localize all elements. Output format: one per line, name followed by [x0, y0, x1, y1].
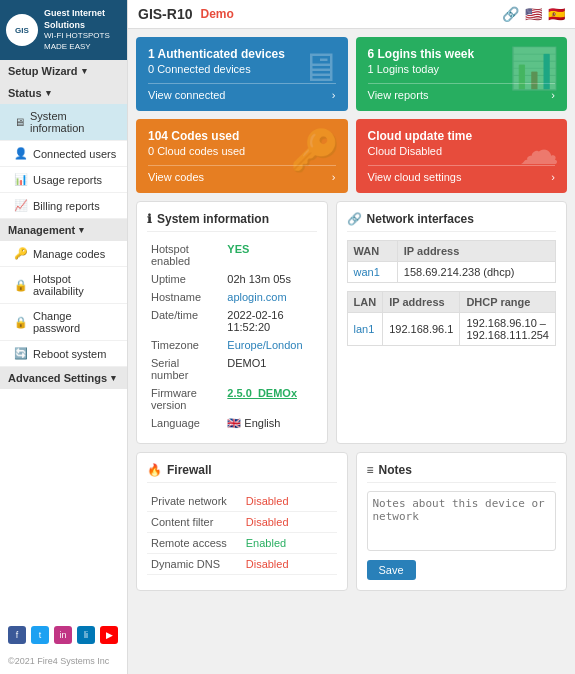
sidebar-setup-wizard[interactable]: Setup Wizard ▾ — [0, 60, 127, 82]
field-label: Timezone — [147, 336, 223, 354]
sidebar-item-usage-reports[interactable]: 📊 Usage reports — [0, 167, 127, 193]
network-interfaces-box: 🔗 Network interfaces WAN IP address — [336, 201, 567, 444]
save-button[interactable]: Save — [367, 560, 416, 580]
firewall-table: Private network Disabled Content filter … — [147, 491, 337, 575]
authenticated-devices-card[interactable]: 🖥 1 Authenticated devices 0 Connected de… — [136, 37, 348, 111]
table-header-row: LAN IP address DHCP range — [347, 292, 555, 313]
user-icon: 👤 — [14, 147, 28, 160]
sidebar-item-reboot[interactable]: 🔄 Reboot system — [0, 341, 127, 367]
cloud-card[interactable]: ☁ Cloud update time Cloud Disabled View … — [356, 119, 568, 193]
linkedin-icon[interactable]: li — [77, 626, 95, 644]
firewall-box: 🔥 Firewall Private network Disabled Cont… — [136, 452, 348, 591]
table-row: Date/time 2022-02-16 11:52:20 — [147, 306, 317, 336]
table-row: Uptime 02h 13m 05s — [147, 270, 317, 288]
lan-ip-col-header: IP address — [383, 292, 460, 313]
facebook-icon[interactable]: f — [8, 626, 26, 644]
table-row: Hostname aplogin.com — [147, 288, 317, 306]
field-label: Hotspot enabled — [147, 240, 223, 270]
lan-iface: lan1 — [347, 313, 383, 346]
device-name: GIS-R10 — [138, 6, 192, 22]
logo-text: Guest Internet Solutions WI-FI HOTSPOTS … — [44, 8, 121, 52]
sidebar-item-connected-users[interactable]: 👤 Connected users — [0, 141, 127, 167]
field-value: Europe/London — [223, 336, 316, 354]
page-header: GIS-R10 Demo 🔗 🇺🇸 🇪🇸 — [128, 0, 575, 29]
field-value: 02h 13m 05s — [223, 270, 316, 288]
field-label: Language — [147, 414, 223, 433]
logins-card[interactable]: 📊 6 Logins this week 1 Logins today View… — [356, 37, 568, 111]
twitter-icon[interactable]: t — [31, 626, 49, 644]
field-value: Disabled — [242, 491, 337, 512]
notes-textarea[interactable] — [367, 491, 557, 551]
info-row: ℹ System information Hotspot enabled YES… — [136, 201, 567, 444]
sidebar-item-hotspot-availability[interactable]: 🔒 Hotspot availability — [0, 267, 127, 304]
field-label: Uptime — [147, 270, 223, 288]
dashboard: 🖥 1 Authenticated devices 0 Connected de… — [128, 29, 575, 674]
field-value: Disabled — [242, 512, 337, 533]
sidebar-item-system-info[interactable]: 🖥 System information — [0, 104, 127, 141]
ip-col-header: IP address — [397, 241, 555, 262]
table-row: Serial number DEMO1 — [147, 354, 317, 384]
billing-icon: 📈 — [14, 199, 28, 212]
field-value: 2022-02-16 11:52:20 — [223, 306, 316, 336]
field-value: aplogin.com — [223, 288, 316, 306]
wan-iface: wan1 — [347, 262, 397, 283]
field-label: Content filter — [147, 512, 242, 533]
field-value: DEMO1 — [223, 354, 316, 384]
field-label: Date/time — [147, 306, 223, 336]
main-content: GIS-R10 Demo 🔗 🇺🇸 🇪🇸 🖥 1 Authenticated d… — [128, 0, 575, 674]
dhcp-range: 192.168.96.10 – 192.168.111.254 — [460, 313, 556, 346]
bottom-row: 🔥 Firewall Private network Disabled Cont… — [136, 452, 567, 591]
field-label: Dynamic DNS — [147, 554, 242, 575]
table-header-row: WAN IP address — [347, 241, 555, 262]
youtube-icon[interactable]: ▶ — [100, 626, 118, 644]
lan-table: LAN IP address DHCP range lan1 192.168.9… — [347, 291, 556, 346]
notes-box: ≡ Notes Save — [356, 452, 568, 591]
field-label: Remote access — [147, 533, 242, 554]
wan-section: WAN IP address wan1 158.69.214.238 (dhcp… — [347, 240, 556, 283]
table-row: Timezone Europe/London — [147, 336, 317, 354]
table-row: Private network Disabled — [147, 491, 337, 512]
info-icon: ℹ — [147, 212, 152, 226]
chevron-right-icon: › — [332, 89, 336, 101]
dhcp-range-col-header: DHCP range — [460, 292, 556, 313]
lan-col-header: LAN — [347, 292, 383, 313]
social-links: f t in li ▶ — [0, 618, 127, 652]
field-label: Hostname — [147, 288, 223, 306]
logins-bg-icon: 📊 — [509, 45, 559, 92]
cloud-bg-icon: ☁ — [519, 127, 559, 173]
flag-us-icon[interactable]: 🇺🇸 — [525, 6, 542, 22]
sidebar-item-manage-codes[interactable]: 🔑 Manage codes — [0, 241, 127, 267]
flame-icon: 🔥 — [147, 463, 162, 477]
notes-title: ≡ Notes — [367, 463, 557, 483]
sidebar-management-section[interactable]: Management ▾ — [0, 219, 127, 241]
instagram-icon[interactable]: in — [54, 626, 72, 644]
lan-section: LAN IP address DHCP range lan1 192.168.9… — [347, 291, 556, 346]
table-row: wan1 158.69.214.238 (dhcp) — [347, 262, 555, 283]
table-row: Firmware version 2.5.0_DEMOx — [147, 384, 317, 414]
table-row: Dynamic DNS Disabled — [147, 554, 337, 575]
sidebar-status-section[interactable]: Status ▾ — [0, 82, 127, 104]
flag-es-icon[interactable]: 🇪🇸 — [548, 6, 565, 22]
table-row: Remote access Enabled — [147, 533, 337, 554]
network-icon: 🔗 — [347, 212, 362, 226]
password-icon: 🔒 — [14, 316, 28, 329]
lan-ip: 192.168.96.1 — [383, 313, 460, 346]
network-interfaces-title: 🔗 Network interfaces — [347, 212, 556, 232]
table-row: Language 🇬🇧 English — [147, 414, 317, 433]
sidebar-item-change-password[interactable]: 🔒 Change password — [0, 304, 127, 341]
sidebar-item-billing-reports[interactable]: 📈 Billing reports — [0, 193, 127, 219]
codes-card[interactable]: 🔑 104 Codes used 0 Cloud codes used View… — [136, 119, 348, 193]
chart-icon: 📊 — [14, 173, 28, 186]
field-value: 🇬🇧 English — [223, 414, 316, 433]
sidebar-logo: GIS Guest Internet Solutions WI-FI HOTSP… — [0, 0, 127, 60]
wan-table: WAN IP address wan1 158.69.214.238 (dhcp… — [347, 240, 556, 283]
codes-bg-icon: 🔑 — [290, 127, 340, 174]
top-cards-row: 🖥 1 Authenticated devices 0 Connected de… — [136, 37, 567, 111]
firewall-title: 🔥 Firewall — [147, 463, 337, 483]
sidebar-advanced-settings[interactable]: Advanced Settings ▾ — [0, 367, 127, 389]
bottom-cards-row: 🔑 104 Codes used 0 Cloud codes used View… — [136, 119, 567, 193]
field-label: Serial number — [147, 354, 223, 384]
field-value: Enabled — [242, 533, 337, 554]
field-value: YES — [223, 240, 316, 270]
wan-ip: 158.69.214.238 (dhcp) — [397, 262, 555, 283]
